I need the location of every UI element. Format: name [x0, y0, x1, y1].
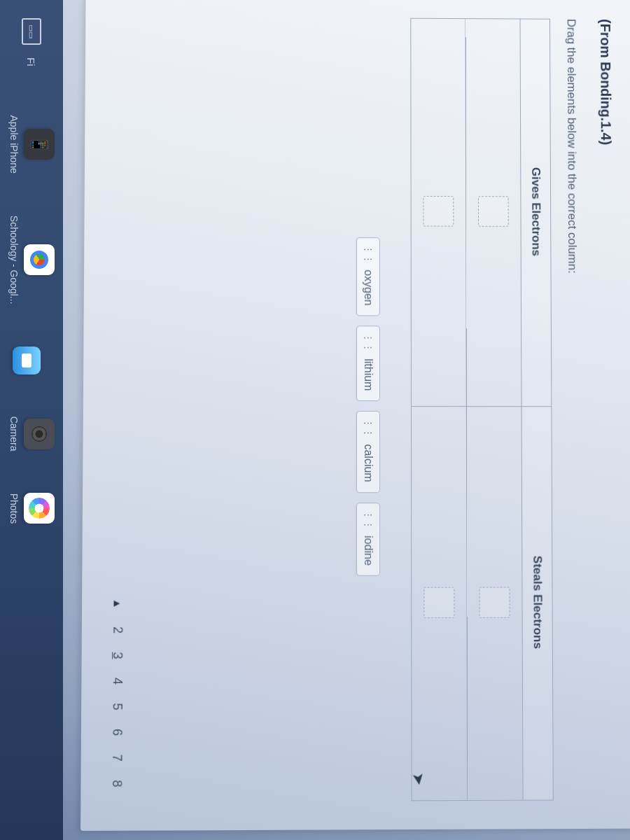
pager-number[interactable]: 5: [110, 702, 125, 710]
column-header-gives: Gives Electrons: [520, 19, 552, 406]
question-pager: ▲ 2 3 4 5 6 7 8: [109, 598, 125, 788]
chip-label: lithium: [362, 358, 374, 391]
pager-number[interactable]: 2: [110, 626, 125, 634]
dock-app-label: Apple iPhone: [8, 115, 20, 174]
dock-app-photos[interactable]: Photos: [8, 493, 55, 524]
dock-app-iphone[interactable]: 📱 Apple iPhone: [8, 115, 55, 174]
dropzone-gives-1[interactable]: [478, 196, 509, 227]
chip-calcium[interactable]: calcium: [356, 411, 380, 492]
chrome-icon: [24, 244, 55, 275]
dropzone-gives-2[interactable]: [423, 196, 454, 227]
dock-app-label: Camera: [8, 416, 20, 451]
drag-handle-icon: [365, 419, 371, 438]
dock-app-label: Schoology - Googl...: [8, 216, 20, 304]
pager-number[interactable]: 4: [110, 677, 125, 685]
chip-iodine[interactable]: iodine: [356, 503, 380, 576]
mission-control-icon[interactable]: ▭▭: [22, 18, 41, 45]
dock-app-chrome[interactable]: Schoology - Googl...: [8, 216, 55, 304]
question-source: (From Bonding.1.4): [597, 19, 617, 800]
chip-label: calcium: [362, 444, 374, 482]
column-header-steals: Steals Electrons: [522, 406, 553, 800]
dock-indicator: Fi: [26, 57, 38, 66]
chip-lithium[interactable]: lithium: [356, 326, 380, 401]
pager-prev-icon[interactable]: ▲: [111, 598, 123, 609]
pager-number[interactable]: 6: [109, 728, 124, 736]
phone-icon: 📱: [24, 129, 55, 160]
dropzone-steals-2[interactable]: [424, 587, 454, 617]
question-instruction: Drag the elements below into the correct…: [564, 19, 582, 801]
dock-left-group: ▭▭ Fi: [22, 18, 41, 66]
photos-icon: [24, 493, 55, 524]
macos-dock: ▭▭ Fi 📱 Apple iPhone Schoology - Googl..…: [0, 0, 63, 840]
drag-handle-icon: [365, 245, 371, 265]
dock-app-label: Photos: [8, 493, 20, 524]
pager-number[interactable]: 3: [110, 651, 125, 659]
facetime-icon: [13, 346, 41, 374]
camera-icon: [24, 419, 55, 449]
drag-handle-icon: [365, 510, 371, 530]
dock-app-facetime[interactable]: [8, 346, 41, 374]
cursor-icon: ➤: [408, 771, 428, 787]
dock-app-camera[interactable]: Camera: [8, 416, 55, 451]
draggable-bank: oxygen lithium calcium iodine: [356, 18, 380, 801]
quiz-screen: (From Bonding.1.4) Drag the elements bel…: [80, 0, 630, 831]
pager-number[interactable]: 8: [109, 779, 124, 788]
chip-label: iodine: [362, 536, 374, 566]
chip-label: oxygen: [362, 270, 374, 305]
sort-table: Gives Electrons Steals Electrons: [410, 18, 553, 802]
dropzone-steals-1[interactable]: [479, 587, 510, 617]
chip-oxygen[interactable]: oxygen: [356, 237, 380, 316]
drag-handle-icon: [365, 333, 371, 353]
pager-number[interactable]: 7: [109, 754, 124, 762]
